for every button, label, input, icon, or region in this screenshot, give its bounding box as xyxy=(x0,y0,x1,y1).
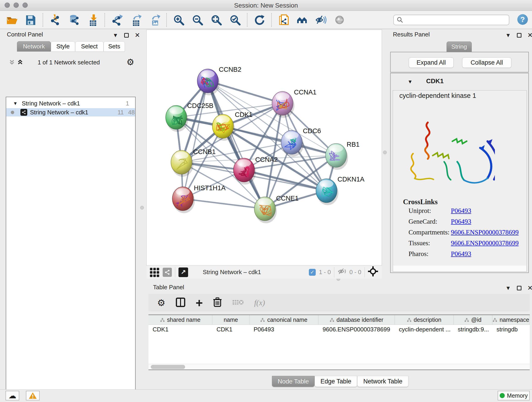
column-header-canonical-name[interactable]: canonical name xyxy=(249,315,318,325)
tab-edge-table[interactable]: Edge Table xyxy=(315,376,357,387)
network-node-CDKN1A[interactable]: CDKN1A xyxy=(316,176,365,205)
new-network-view-icon[interactable] xyxy=(278,14,290,26)
save-session-icon[interactable] xyxy=(25,14,37,26)
network-options-gear-icon[interactable]: ⚙ xyxy=(127,57,134,67)
table-settings-gear-icon[interactable]: ⚙ xyxy=(157,298,165,308)
expand-all-button[interactable]: Expand All xyxy=(409,57,454,68)
zoom-fit-icon[interactable] xyxy=(210,14,222,26)
network-view-share-icon[interactable] xyxy=(163,268,172,277)
control-panel-close-icon[interactable]: ✕ xyxy=(135,32,140,39)
hide-selected-icon[interactable] xyxy=(315,14,327,26)
function-builder-icon: f(x) xyxy=(254,298,265,307)
network-node-RB1[interactable]: RB1 xyxy=(326,141,360,170)
memory-button[interactable]: Memory xyxy=(498,391,530,400)
collapse-all-networks-icon[interactable] xyxy=(8,58,16,67)
crosslink-link[interactable]: P06493 xyxy=(451,207,471,215)
tab-select[interactable]: Select xyxy=(75,41,104,51)
zoom-in-icon[interactable] xyxy=(173,14,185,26)
network-node-CCNE1[interactable]: CCNE1 xyxy=(254,195,298,223)
table-panel-close-icon[interactable]: ✕ xyxy=(527,284,532,292)
import-network-from-file-icon[interactable] xyxy=(49,14,61,26)
export-network-icon[interactable] xyxy=(111,14,123,26)
birdseye-crosshair-icon[interactable] xyxy=(368,266,378,278)
detach-view-icon[interactable]: ↗ xyxy=(178,268,188,277)
network-share-icon xyxy=(20,109,27,116)
right-splitter-handle[interactable] xyxy=(383,151,387,154)
network-canvas[interactable]: CCNB2CCNA1CDC25BCDK1CDC6RB1CCNB1CCNA2CDK… xyxy=(147,30,382,265)
results-hscrollbar[interactable] xyxy=(393,266,526,271)
column-header--id[interactable]: @id xyxy=(454,315,492,325)
results-panel-close-icon[interactable]: ✕ xyxy=(527,32,532,39)
tab-node-table[interactable]: Node Table xyxy=(272,376,315,387)
export-table-icon[interactable] xyxy=(130,14,142,26)
control-panel-float-icon[interactable] xyxy=(124,33,129,38)
column-header-description[interactable]: description xyxy=(395,315,454,325)
tab-network-table[interactable]: Network Table xyxy=(357,376,409,387)
zoom-out-icon[interactable] xyxy=(191,14,203,26)
network-collection-row[interactable]: ▼ String Network – cdk1 1 xyxy=(6,100,135,108)
selected-nodes-checkbox-icon[interactable]: ✓ xyxy=(309,269,316,276)
node-label-HIST1H1A: HIST1H1A xyxy=(194,184,226,191)
column-header-name[interactable]: name xyxy=(212,315,249,325)
tab-style[interactable]: Style xyxy=(51,41,75,51)
collection-expand-icon[interactable]: ▼ xyxy=(13,101,18,106)
crosslink-link[interactable]: 9606.ENSP00000378699 xyxy=(451,239,519,247)
network-row-selected[interactable]: String Network – cdk1 11 48 xyxy=(6,108,135,116)
table-panel-float-icon[interactable] xyxy=(517,286,521,290)
node-table: shared namenamecanonical namedatabase id… xyxy=(148,314,530,365)
table-toolbar: ⚙ + f(x) xyxy=(148,294,530,312)
grid-view-icon[interactable] xyxy=(149,266,159,278)
column-header-database-identifier[interactable]: database identifier xyxy=(318,315,395,325)
table-hscrollbar[interactable] xyxy=(148,364,530,370)
table-cell: CDK1 xyxy=(148,325,212,334)
import-table-from-file-icon[interactable] xyxy=(87,14,99,26)
gene-description: cyclin-dependent kinase 1 xyxy=(399,92,476,99)
network-node-CDC6[interactable]: CDC6 xyxy=(281,127,321,157)
network-node-CCNB1[interactable]: CCNB1 xyxy=(171,148,215,177)
network-edge[interactable] xyxy=(183,199,265,209)
zoom-selected-icon[interactable] xyxy=(229,14,241,26)
refresh-view-icon[interactable] xyxy=(253,14,265,26)
results-panel-collapse-icon[interactable]: ▼ xyxy=(505,32,511,38)
column-header-shared-name[interactable]: shared name xyxy=(148,315,212,325)
add-column-icon[interactable]: + xyxy=(196,298,203,307)
protein-structure-image xyxy=(403,104,495,200)
hidden-eye-icon[interactable] xyxy=(337,268,347,277)
node-label-CCNB2: CCNB2 xyxy=(219,66,241,73)
crosslink-link[interactable]: 9606.ENSP00000378699 xyxy=(451,229,519,236)
crosslink-link[interactable]: P06493 xyxy=(451,218,471,225)
results-panel-title: Results Panel xyxy=(393,31,430,38)
open-session-icon[interactable] xyxy=(6,14,18,26)
gene-expand-icon[interactable]: ▼ xyxy=(408,79,413,85)
search-icon xyxy=(397,17,404,24)
table-cell: CDK1 xyxy=(212,325,249,334)
network-view-title: String Network – cdk1 xyxy=(203,269,261,276)
tab-network[interactable]: Network xyxy=(17,41,51,51)
tab-string[interactable]: String xyxy=(447,41,472,52)
export-image-icon[interactable] xyxy=(148,14,160,26)
table-hscrollbar-thumb[interactable] xyxy=(151,365,185,369)
help-icon[interactable]: ? xyxy=(517,14,528,25)
cloud-button[interactable]: ☁ xyxy=(6,391,19,400)
crosslink-link[interactable]: P06493 xyxy=(451,250,471,258)
table-panel-collapse-icon[interactable]: ▼ xyxy=(505,285,511,291)
import-network-from-database-icon[interactable] xyxy=(68,14,80,26)
network-node-CCNB2[interactable]: CCNB2 xyxy=(197,66,241,95)
delete-column-trash-icon[interactable] xyxy=(213,297,222,308)
search-input[interactable] xyxy=(393,15,509,25)
collapse-all-button[interactable]: Collapse All xyxy=(462,57,511,68)
left-splitter-handle[interactable] xyxy=(140,206,144,210)
network-node-HIST1H1A[interactable]: HIST1H1A xyxy=(172,184,226,213)
warnings-button[interactable] xyxy=(26,391,40,400)
delete-table-icon xyxy=(232,298,244,307)
column-header-namespace[interactable]: namespace xyxy=(492,315,530,325)
table-row[interactable]: CDK1CDK1P064939606.ENSP00000378699cyclin… xyxy=(148,325,530,334)
welcome-screen-icon[interactable] xyxy=(297,14,308,26)
expand-all-networks-icon[interactable] xyxy=(17,58,24,67)
network-node-CCNA1[interactable]: CCNA1 xyxy=(272,89,317,118)
results-panel-float-icon[interactable] xyxy=(517,33,521,38)
control-panel-collapse-icon[interactable]: ▼ xyxy=(113,32,118,38)
show-columns-icon[interactable] xyxy=(176,297,186,308)
show-hidden-icon[interactable] xyxy=(334,14,346,26)
tab-sets[interactable]: Sets xyxy=(104,41,125,51)
